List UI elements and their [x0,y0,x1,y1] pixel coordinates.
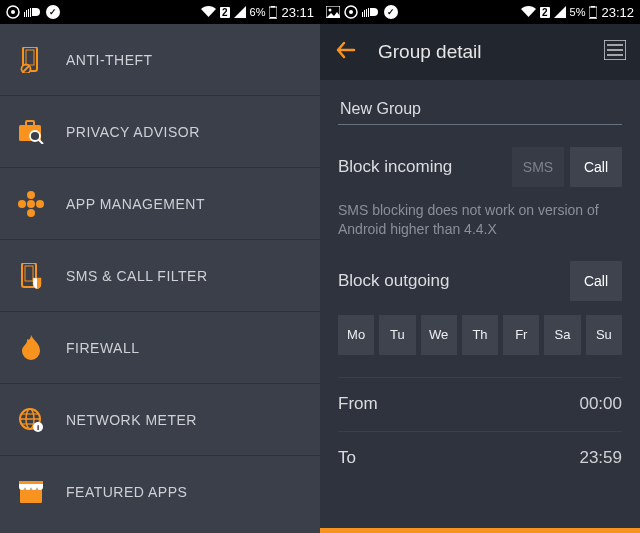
svg-point-1 [11,10,15,14]
menu-item-sms-call-filter[interactable]: SMS & CALL FILTER [0,240,320,312]
svg-point-20 [18,200,26,208]
menu-item-firewall[interactable]: FIREWALL [0,312,320,384]
svg-rect-2 [24,12,25,17]
menu-item-privacy-advisor[interactable]: PRIVACY ADVISOR [0,96,320,168]
menu-label: APP MANAGEMENT [66,196,205,212]
clock: 23:12 [601,5,634,20]
soundcloud-icon [24,7,42,17]
time-to-row[interactable]: To 23:59 [338,431,622,485]
menu-item-network-meter[interactable]: i NETWORK METER [0,384,320,456]
svg-point-34 [329,9,332,12]
block-incoming-call-toggle[interactable]: Call [570,147,622,187]
svg-rect-8 [270,17,276,19]
store-icon [18,479,44,505]
battery-icon [269,6,277,19]
menu-label: FIREWALL [66,340,140,356]
block-incoming-sms-toggle: SMS [512,147,564,187]
wifi-icon [521,6,536,18]
svg-point-18 [27,191,35,199]
time-from-row[interactable]: From 00:00 [338,377,622,431]
group-name-input[interactable]: New Group [338,94,622,125]
svg-rect-23 [25,266,33,281]
wifi-icon [201,6,216,18]
battery-percent: 5% [570,6,586,18]
time-from-value: 00:00 [579,394,622,414]
signal-icon [554,6,566,18]
svg-rect-37 [362,12,363,17]
sim-indicator: 2 [220,7,230,18]
battery-icon [589,6,597,19]
svg-rect-14 [26,121,34,126]
svg-rect-38 [364,10,365,17]
svg-rect-7 [271,6,275,8]
menu-label: NETWORK METER [66,412,197,428]
page-title: Group detail [378,41,584,63]
svg-rect-43 [590,17,596,19]
time-to-label: To [338,448,579,468]
back-button[interactable] [334,38,358,66]
day-we[interactable]: We [421,315,457,355]
status-bar-right: ✓ 2 5% 23:12 [320,0,640,24]
phone-block-icon [18,47,44,73]
day-tu[interactable]: Tu [379,315,415,355]
flame-icon [18,335,44,361]
menu-item-featured-apps[interactable]: FEATURED APPS [0,456,320,528]
day-selector: Mo Tu We Th Fr Sa Su [338,315,622,355]
soundcloud-icon [362,7,380,17]
svg-point-36 [349,10,353,14]
accent-footer [320,528,640,533]
phone-shield-icon [18,263,44,289]
puzzle-icon [18,191,44,217]
gallery-icon [326,6,340,18]
svg-line-16 [39,140,43,144]
svg-rect-31 [20,489,42,503]
menu-label: ANTI-THEFT [66,52,153,68]
svg-text:i: i [37,423,39,432]
day-sa[interactable]: Sa [544,315,580,355]
battery-percent: 6% [250,6,266,18]
svg-point-19 [27,209,35,217]
sim-indicator: 2 [540,7,550,18]
svg-rect-3 [26,10,27,17]
menu-item-app-management[interactable]: APP MANAGEMENT [0,168,320,240]
svg-rect-39 [366,9,367,17]
svg-rect-32 [19,481,43,484]
svg-point-17 [27,200,35,208]
day-th[interactable]: Th [462,315,498,355]
check-badge-icon: ✓ [384,5,398,19]
clock: 23:11 [281,5,314,20]
menu-label: SMS & CALL FILTER [66,268,208,284]
list-view-button[interactable] [604,40,626,64]
main-menu: ANTI-THEFT PRIVACY ADVISOR APP MANAGEMEN… [0,24,320,533]
day-mo[interactable]: Mo [338,315,374,355]
time-from-label: From [338,394,579,414]
svg-rect-40 [368,8,369,17]
day-su[interactable]: Su [586,315,622,355]
menu-label: PRIVACY ADVISOR [66,124,200,140]
menu-label: FEATURED APPS [66,484,187,500]
signal-icon [234,6,246,18]
header-bar: Group detail [320,24,640,80]
svg-point-15 [30,131,40,141]
svg-point-21 [36,200,44,208]
svg-rect-42 [591,6,595,8]
block-outgoing-label: Block outgoing [338,271,564,291]
status-bar-left: ✓ 2 6% 23:11 [0,0,320,24]
sms-blocking-note: SMS blocking does not work on version of… [338,201,622,239]
briefcase-search-icon [18,119,44,145]
svg-rect-10 [26,50,34,65]
block-outgoing-call-toggle[interactable]: Call [570,261,622,301]
check-badge-icon: ✓ [46,5,60,19]
menu-item-anti-theft[interactable]: ANTI-THEFT [0,24,320,96]
day-fr[interactable]: Fr [503,315,539,355]
app-circle-icon [344,5,358,19]
svg-rect-4 [28,9,29,17]
globe-info-icon: i [18,407,44,433]
block-incoming-label: Block incoming [338,157,506,177]
app-circle-icon [6,5,20,19]
time-to-value: 23:59 [579,448,622,468]
svg-rect-5 [30,8,31,17]
